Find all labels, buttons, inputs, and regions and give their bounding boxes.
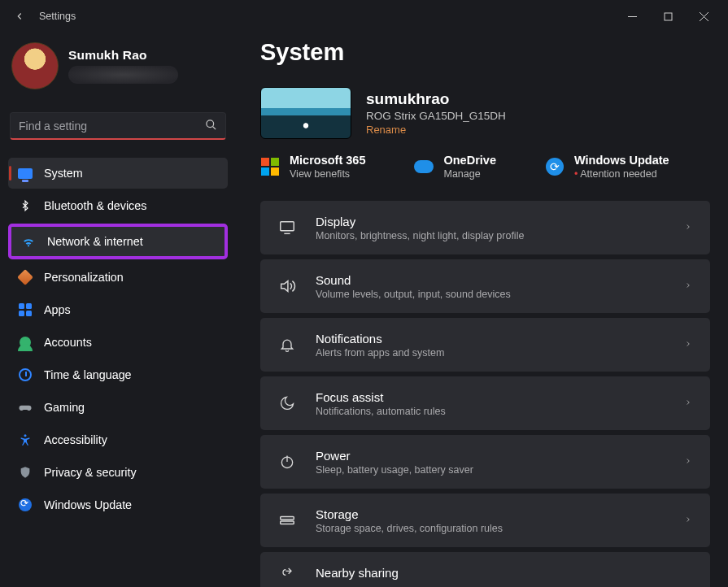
card-focus-assist[interactable]: Focus assist Notifications, automatic ru…	[260, 376, 710, 430]
sidebar-item-network[interactable]: Network & internet	[11, 227, 225, 256]
svg-rect-12	[281, 521, 294, 524]
service-windows-update[interactable]: ⟳ Windows Update Attention needed	[545, 154, 669, 180]
chevron-right-icon	[684, 397, 692, 411]
sidebar-item-label: Privacy & security	[44, 466, 137, 479]
display-icon	[278, 219, 296, 237]
svg-rect-7	[281, 222, 294, 231]
storage-icon	[278, 511, 296, 529]
search-input[interactable]	[19, 120, 205, 133]
clock-icon	[18, 367, 33, 382]
search-box[interactable]	[10, 112, 226, 140]
sidebar-item-privacy[interactable]: Privacy & security	[8, 457, 228, 488]
person-icon	[18, 335, 33, 350]
maximize-button[interactable]	[650, 4, 686, 28]
chevron-right-icon	[684, 338, 692, 352]
card-sound[interactable]: Sound Volume levels, output, input, soun…	[260, 259, 710, 313]
card-desc: Sleep, battery usage, battery saver	[316, 464, 665, 476]
card-desc: Notifications, automatic rules	[316, 406, 665, 417]
page-title: System	[260, 39, 710, 66]
tutorial-highlight: Network & internet	[8, 224, 228, 259]
device-thumbnail[interactable]	[260, 87, 351, 139]
sidebar-item-label: Apps	[44, 303, 71, 316]
power-icon	[278, 454, 296, 470]
svg-rect-1	[665, 13, 672, 20]
apps-icon	[18, 302, 33, 317]
sidebar-item-label: Network & internet	[47, 235, 143, 248]
gamepad-icon	[18, 400, 33, 415]
service-onedrive[interactable]: OneDrive Manage	[414, 154, 495, 180]
sidebar-item-label: Time & language	[44, 368, 132, 381]
chevron-right-icon	[684, 514, 692, 528]
sidebar-item-label: Gaming	[44, 401, 85, 414]
avatar[interactable]	[11, 42, 59, 89]
service-title: OneDrive	[443, 154, 495, 167]
sidebar-item-gaming[interactable]: Gaming	[8, 392, 228, 423]
chevron-right-icon	[684, 221, 692, 235]
microsoft365-icon	[260, 157, 280, 176]
wifi-icon	[21, 234, 36, 249]
card-notifications[interactable]: Notifications Alerts from apps and syste…	[260, 318, 710, 372]
user-name: Sumukh Rao	[68, 48, 178, 63]
sidebar-item-label: Accounts	[44, 336, 92, 349]
sidebar-item-bluetooth[interactable]: Bluetooth & devices	[8, 190, 228, 221]
svg-point-6	[24, 434, 26, 437]
minimize-button[interactable]	[614, 4, 650, 28]
bell-icon	[278, 337, 296, 353]
service-sub: Manage	[443, 168, 495, 180]
card-title: Nearby sharing	[316, 566, 673, 580]
accessibility-icon	[18, 433, 33, 447]
sidebar-item-accessibility[interactable]: Accessibility	[8, 424, 228, 455]
sidebar-item-label: System	[44, 167, 83, 180]
svg-line-5	[213, 126, 216, 128]
card-title: Notifications	[316, 332, 665, 346]
paintbrush-icon	[18, 270, 33, 285]
sidebar-item-label: Accessibility	[44, 433, 107, 446]
card-storage[interactable]: Storage Storage space, drives, configura…	[260, 494, 710, 547]
window-title: Settings	[39, 11, 76, 22]
sidebar-item-time[interactable]: Time & language	[8, 359, 228, 390]
sidebar-item-personalization[interactable]: Personalization	[8, 262, 228, 293]
sidebar-item-label: Windows Update	[44, 498, 132, 511]
rename-link[interactable]: Rename	[366, 124, 506, 136]
service-sub: Attention needed	[574, 168, 669, 180]
card-desc: Alerts from apps and system	[316, 347, 665, 359]
service-title: Microsoft 365	[290, 154, 365, 167]
card-title: Display	[316, 215, 665, 228]
card-desc: Volume levels, output, input, sound devi…	[316, 289, 665, 300]
moon-icon	[278, 395, 296, 411]
card-display[interactable]: Display Monitors, brightness, night ligh…	[260, 201, 710, 254]
chevron-right-icon	[684, 280, 692, 294]
onedrive-icon	[414, 157, 434, 176]
service-title: Windows Update	[574, 154, 669, 167]
device-model: ROG Strix GA15DH_G15DH	[366, 110, 506, 122]
svg-rect-11	[281, 516, 294, 520]
card-title: Power	[316, 449, 665, 463]
card-nearby-sharing[interactable]: Nearby sharing	[260, 552, 710, 587]
chevron-right-icon	[684, 455, 692, 469]
sidebar-item-windows-update[interactable]: Windows Update	[8, 489, 228, 520]
svg-point-4	[207, 120, 214, 127]
service-sub: View benefits	[290, 168, 365, 180]
sidebar-item-label: Bluetooth & devices	[44, 199, 146, 212]
sound-icon	[278, 277, 296, 295]
monitor-icon	[18, 166, 33, 180]
search-icon	[205, 119, 217, 133]
bluetooth-icon	[18, 198, 33, 213]
share-icon	[278, 564, 296, 580]
sidebar-item-system[interactable]: System	[8, 158, 228, 189]
card-desc: Monitors, brightness, night light, displ…	[316, 230, 665, 241]
sidebar-item-label: Personalization	[44, 271, 124, 284]
device-name: sumukhrao	[366, 90, 506, 108]
card-title: Sound	[316, 273, 665, 287]
card-title: Focus assist	[316, 390, 665, 404]
service-microsoft365[interactable]: Microsoft 365 View benefits	[260, 154, 365, 180]
back-button[interactable]	[11, 8, 28, 24]
sidebar-item-accounts[interactable]: Accounts	[8, 327, 228, 358]
sidebar-item-apps[interactable]: Apps	[8, 294, 228, 325]
shield-icon	[18, 465, 33, 480]
card-power[interactable]: Power Sleep, battery usage, battery save…	[260, 435, 710, 489]
close-button[interactable]	[686, 4, 721, 28]
user-email-redacted	[68, 66, 178, 84]
card-title: Storage	[316, 507, 665, 521]
update-icon	[18, 498, 33, 512]
